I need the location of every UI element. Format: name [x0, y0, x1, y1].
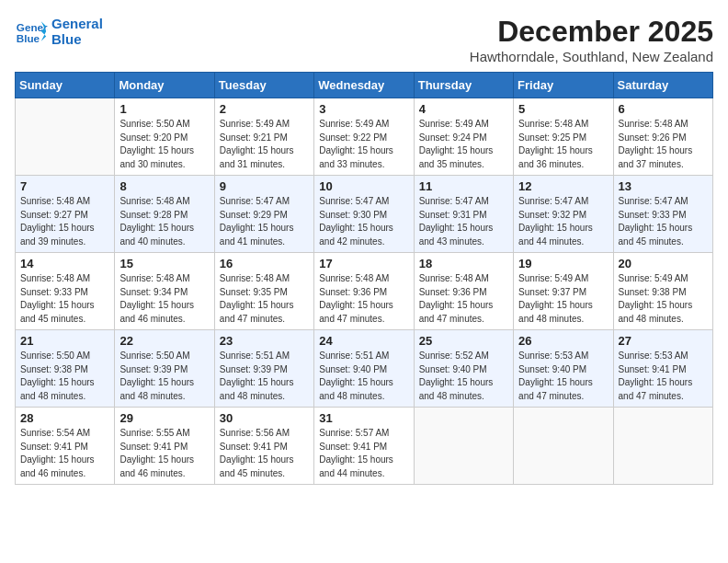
calendar-cell: 15Sunrise: 5:48 AM Sunset: 9:34 PM Dayli…: [115, 253, 214, 330]
day-number: 2: [220, 102, 309, 116]
weekday-header: Saturday: [613, 73, 712, 98]
calendar-cell: 23Sunrise: 5:51 AM Sunset: 9:39 PM Dayli…: [214, 330, 313, 408]
day-number: 14: [20, 257, 109, 270]
calendar-cell: 17Sunrise: 5:48 AM Sunset: 9:36 PM Dayli…: [314, 253, 414, 330]
calendar-cell: [16, 98, 115, 176]
calendar-cell: [414, 408, 513, 485]
day-number: 4: [419, 102, 508, 116]
weekday-header: Sunday: [16, 73, 115, 98]
calendar-cell: 25Sunrise: 5:52 AM Sunset: 9:40 PM Dayli…: [414, 330, 513, 408]
calendar-cell: 30Sunrise: 5:56 AM Sunset: 9:41 PM Dayli…: [214, 408, 313, 485]
calendar-cell: 18Sunrise: 5:48 AM Sunset: 9:36 PM Dayli…: [414, 253, 513, 330]
calendar-cell: 26Sunrise: 5:53 AM Sunset: 9:40 PM Dayli…: [514, 330, 613, 408]
calendar-table: SundayMondayTuesdayWednesdayThursdayFrid…: [15, 72, 713, 485]
calendar-cell: 27Sunrise: 5:53 AM Sunset: 9:41 PM Dayli…: [613, 330, 712, 408]
day-number: 10: [319, 179, 408, 193]
cell-sun-info: Sunrise: 5:48 AM Sunset: 9:27 PM Dayligh…: [20, 195, 109, 248]
cell-sun-info: Sunrise: 5:47 AM Sunset: 9:29 PM Dayligh…: [220, 195, 309, 248]
calendar-cell: 3Sunrise: 5:49 AM Sunset: 9:22 PM Daylig…: [314, 98, 414, 176]
calendar-cell: [514, 408, 613, 485]
cell-sun-info: Sunrise: 5:49 AM Sunset: 9:38 PM Dayligh…: [619, 272, 708, 326]
cell-sun-info: Sunrise: 5:49 AM Sunset: 9:22 PM Dayligh…: [319, 118, 408, 171]
calendar-cell: 4Sunrise: 5:49 AM Sunset: 9:24 PM Daylig…: [414, 98, 513, 176]
logo-icon: General Blue: [15, 15, 48, 48]
calendar-cell: 1Sunrise: 5:50 AM Sunset: 9:20 PM Daylig…: [115, 98, 214, 176]
calendar-cell: 2Sunrise: 5:49 AM Sunset: 9:21 PM Daylig…: [214, 98, 313, 176]
calendar-cell: 21Sunrise: 5:50 AM Sunset: 9:38 PM Dayli…: [16, 330, 115, 408]
cell-sun-info: Sunrise: 5:48 AM Sunset: 9:33 PM Dayligh…: [20, 272, 109, 326]
day-number: 13: [619, 179, 708, 193]
calendar-cell: 14Sunrise: 5:48 AM Sunset: 9:33 PM Dayli…: [16, 253, 115, 330]
cell-sun-info: Sunrise: 5:48 AM Sunset: 9:34 PM Dayligh…: [119, 272, 209, 326]
calendar-cell: 6Sunrise: 5:48 AM Sunset: 9:26 PM Daylig…: [613, 98, 712, 176]
logo-text-blue: Blue: [51, 31, 103, 47]
cell-sun-info: Sunrise: 5:47 AM Sunset: 9:31 PM Dayligh…: [419, 195, 508, 248]
day-number: 19: [518, 257, 608, 270]
calendar-cell: 13Sunrise: 5:47 AM Sunset: 9:33 PM Dayli…: [613, 176, 712, 253]
cell-sun-info: Sunrise: 5:52 AM Sunset: 9:40 PM Dayligh…: [419, 350, 508, 403]
title-block: December 2025 Hawthorndale, Southland, N…: [470, 15, 713, 64]
calendar-cell: 8Sunrise: 5:48 AM Sunset: 9:28 PM Daylig…: [115, 176, 214, 253]
day-number: 15: [119, 257, 209, 270]
day-number: 25: [419, 334, 508, 348]
calendar-cell: 7Sunrise: 5:48 AM Sunset: 9:27 PM Daylig…: [16, 176, 115, 253]
calendar-cell: 9Sunrise: 5:47 AM Sunset: 9:29 PM Daylig…: [214, 176, 313, 253]
weekday-header: Thursday: [414, 73, 513, 98]
day-number: 31: [319, 411, 408, 425]
cell-sun-info: Sunrise: 5:51 AM Sunset: 9:40 PM Dayligh…: [319, 350, 408, 403]
cell-sun-info: Sunrise: 5:53 AM Sunset: 9:40 PM Dayligh…: [518, 350, 608, 403]
cell-sun-info: Sunrise: 5:48 AM Sunset: 9:28 PM Dayligh…: [119, 195, 209, 248]
weekday-header: Wednesday: [314, 73, 414, 98]
cell-sun-info: Sunrise: 5:54 AM Sunset: 9:41 PM Dayligh…: [20, 427, 109, 480]
cell-sun-info: Sunrise: 5:47 AM Sunset: 9:30 PM Dayligh…: [319, 195, 408, 248]
day-number: 18: [419, 257, 508, 270]
cell-sun-info: Sunrise: 5:48 AM Sunset: 9:26 PM Dayligh…: [619, 118, 708, 171]
calendar-cell: 10Sunrise: 5:47 AM Sunset: 9:30 PM Dayli…: [314, 176, 414, 253]
cell-sun-info: Sunrise: 5:47 AM Sunset: 9:32 PM Dayligh…: [518, 195, 608, 248]
day-number: 12: [518, 179, 608, 193]
page-header: General Blue General Blue December 2025 …: [15, 15, 713, 64]
day-number: 21: [20, 334, 109, 348]
day-number: 8: [119, 179, 209, 193]
calendar-cell: 28Sunrise: 5:54 AM Sunset: 9:41 PM Dayli…: [16, 408, 115, 485]
day-number: 7: [20, 179, 109, 193]
day-number: 28: [20, 411, 109, 425]
cell-sun-info: Sunrise: 5:53 AM Sunset: 9:41 PM Dayligh…: [619, 350, 708, 403]
day-number: 27: [619, 334, 708, 348]
day-number: 9: [220, 179, 309, 193]
cell-sun-info: Sunrise: 5:49 AM Sunset: 9:37 PM Dayligh…: [518, 272, 608, 326]
weekday-header: Tuesday: [214, 73, 313, 98]
day-number: 23: [220, 334, 309, 348]
cell-sun-info: Sunrise: 5:48 AM Sunset: 9:36 PM Dayligh…: [319, 272, 408, 326]
cell-sun-info: Sunrise: 5:50 AM Sunset: 9:20 PM Dayligh…: [119, 118, 209, 171]
day-number: 20: [619, 257, 708, 270]
day-number: 26: [518, 334, 608, 348]
cell-sun-info: Sunrise: 5:47 AM Sunset: 9:33 PM Dayligh…: [619, 195, 708, 248]
svg-text:Blue: Blue: [17, 32, 40, 44]
day-number: 24: [319, 334, 408, 348]
cell-sun-info: Sunrise: 5:48 AM Sunset: 9:25 PM Dayligh…: [518, 118, 608, 171]
cell-sun-info: Sunrise: 5:57 AM Sunset: 9:41 PM Dayligh…: [319, 427, 408, 480]
cell-sun-info: Sunrise: 5:56 AM Sunset: 9:41 PM Dayligh…: [220, 427, 309, 480]
location: Hawthorndale, Southland, New Zealand: [470, 49, 713, 64]
cell-sun-info: Sunrise: 5:48 AM Sunset: 9:35 PM Dayligh…: [220, 272, 309, 326]
cell-sun-info: Sunrise: 5:48 AM Sunset: 9:36 PM Dayligh…: [419, 272, 508, 326]
weekday-header: Friday: [514, 73, 613, 98]
day-number: 6: [619, 102, 708, 116]
calendar-cell: 5Sunrise: 5:48 AM Sunset: 9:25 PM Daylig…: [514, 98, 613, 176]
calendar-cell: [613, 408, 712, 485]
logo: General Blue General Blue: [15, 15, 103, 48]
cell-sun-info: Sunrise: 5:50 AM Sunset: 9:38 PM Dayligh…: [20, 350, 109, 403]
day-number: 17: [319, 257, 408, 270]
day-number: 3: [319, 102, 408, 116]
day-number: 1: [119, 102, 209, 116]
cell-sun-info: Sunrise: 5:55 AM Sunset: 9:41 PM Dayligh…: [119, 427, 209, 480]
calendar-cell: 16Sunrise: 5:48 AM Sunset: 9:35 PM Dayli…: [214, 253, 313, 330]
calendar-cell: 22Sunrise: 5:50 AM Sunset: 9:39 PM Dayli…: [115, 330, 214, 408]
calendar-cell: 20Sunrise: 5:49 AM Sunset: 9:38 PM Dayli…: [613, 253, 712, 330]
day-number: 5: [518, 102, 608, 116]
day-number: 16: [220, 257, 309, 270]
day-number: 30: [220, 411, 309, 425]
calendar-cell: 24Sunrise: 5:51 AM Sunset: 9:40 PM Dayli…: [314, 330, 414, 408]
calendar-cell: 11Sunrise: 5:47 AM Sunset: 9:31 PM Dayli…: [414, 176, 513, 253]
